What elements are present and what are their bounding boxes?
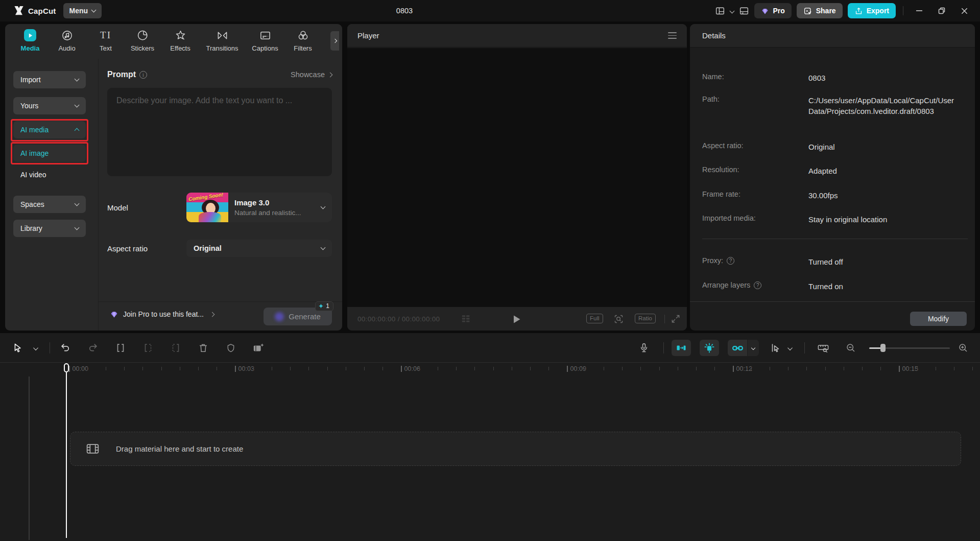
preview-axis-icon[interactable] xyxy=(700,340,719,356)
info-icon[interactable]: i xyxy=(139,71,147,79)
aspect-ratio-select[interactable]: Original xyxy=(186,240,332,257)
link-clips-icon[interactable] xyxy=(728,340,747,356)
select-mode-icon[interactable] xyxy=(770,342,781,354)
chevron-up-icon xyxy=(75,128,80,133)
model-thumbnail: Coming Soon! xyxy=(186,193,228,222)
sidebar-divider xyxy=(98,59,99,331)
detail-row-frame-rate: Frame rate: 30.00fps xyxy=(702,190,967,201)
detail-row-name: Name: 0803 xyxy=(702,73,967,83)
details-panel: Details Name: 0803 Path: C:/Users/user/A… xyxy=(690,24,975,331)
frame-grid-icon[interactable] xyxy=(461,314,472,324)
sidebar-item-import[interactable]: Import xyxy=(13,71,86,88)
pro-button[interactable]: Pro xyxy=(754,3,791,18)
undo-icon[interactable] xyxy=(60,342,71,354)
stickers-icon xyxy=(137,29,149,41)
tab-filters[interactable]: Filters xyxy=(281,29,325,52)
help-icon[interactable]: ? xyxy=(727,257,734,265)
layout-chevron-icon[interactable] xyxy=(730,8,735,13)
menu-label: Menu xyxy=(69,7,88,15)
playhead-line xyxy=(66,372,67,538)
close-button[interactable] xyxy=(955,0,973,21)
sidebar-item-spaces[interactable]: Spaces xyxy=(13,196,86,213)
edit-cover-icon[interactable] xyxy=(252,342,265,354)
redo-icon[interactable] xyxy=(87,342,99,354)
fullscreen-icon[interactable] xyxy=(671,314,681,324)
mask-icon[interactable] xyxy=(226,342,236,354)
tab-effects[interactable]: Effects xyxy=(158,29,202,52)
ratio-toggle[interactable]: Ratio xyxy=(635,314,656,323)
layout-panels-icon[interactable] xyxy=(715,6,725,15)
aspect-ratio-label: Aspect ratio xyxy=(107,244,148,253)
capcut-window: CapCut Menu 0803 xyxy=(0,0,980,541)
model-name: Image 3.0 xyxy=(234,198,301,207)
pro-label: Pro xyxy=(773,7,784,15)
delete-right-icon[interactable] xyxy=(170,342,181,354)
effects-icon xyxy=(175,29,186,41)
toolbar-separator xyxy=(663,342,664,354)
text-icon: TI xyxy=(100,29,111,41)
sidebar-item-ai-image[interactable]: AI image xyxy=(13,145,86,162)
sidebar-item-yours[interactable]: Yours xyxy=(13,97,86,114)
sidebar-item-ai-video[interactable]: AI video xyxy=(20,171,46,179)
pro-gem-icon xyxy=(110,310,118,318)
modify-button[interactable]: Modify xyxy=(910,312,967,326)
capcut-logo-icon xyxy=(13,6,25,16)
link-clips-chevron[interactable] xyxy=(748,340,759,356)
timeline-ruler[interactable]: 00:00 00:03 00:06 00:09 00:12 00:15 xyxy=(0,362,980,376)
chevron-down-icon xyxy=(91,8,97,13)
player-menu-icon[interactable] xyxy=(668,32,677,38)
drop-zone[interactable]: Drag material here and start to create xyxy=(70,432,961,466)
tab-audio[interactable]: Audio xyxy=(45,29,89,52)
minimize-button[interactable] xyxy=(911,0,928,21)
player-bar-separator xyxy=(664,315,665,323)
timeline-zoom-slider[interactable] xyxy=(869,347,950,349)
zoom-out-icon[interactable] xyxy=(846,342,856,353)
record-voiceover-icon[interactable] xyxy=(639,342,649,354)
drop-zone-hint: Drag material here and start to create xyxy=(116,444,243,453)
cursor-tool-chevron[interactable] xyxy=(34,346,38,349)
auto-snap-icon[interactable] xyxy=(672,340,691,356)
help-icon[interactable]: ? xyxy=(754,281,761,289)
tabs-expand-button[interactable] xyxy=(330,31,339,51)
export-button[interactable]: Export xyxy=(848,3,896,18)
play-button[interactable] xyxy=(513,307,521,331)
player-viewport xyxy=(347,48,687,307)
bottom-panel-icon[interactable] xyxy=(739,6,749,15)
tab-transitions[interactable]: Transitions xyxy=(200,29,244,52)
chevron-down-icon xyxy=(321,204,326,209)
menu-button[interactable]: Menu xyxy=(63,3,102,18)
chevron-right-icon xyxy=(210,312,215,317)
transitions-icon xyxy=(217,29,228,41)
share-button[interactable]: Share xyxy=(797,3,843,18)
delete-left-icon[interactable] xyxy=(142,342,154,354)
cursor-tool-icon[interactable] xyxy=(12,342,22,354)
export-icon xyxy=(854,7,863,15)
full-toggle[interactable]: Full xyxy=(586,314,603,323)
detail-row-path: Path: C:/Users/user/AppData/Local/CapCut… xyxy=(702,95,967,116)
sparkle-icon xyxy=(318,303,324,309)
chevron-down-icon xyxy=(75,201,80,206)
track-start-line xyxy=(29,377,30,540)
title-bar: CapCut Menu 0803 xyxy=(0,0,980,21)
timeline-toolbar xyxy=(0,333,980,362)
prompt-input[interactable] xyxy=(107,88,332,176)
showcase-link[interactable]: Showcase xyxy=(291,70,332,79)
select-mode-chevron[interactable] xyxy=(788,346,792,349)
join-pro-link[interactable]: Join Pro to use this feat... xyxy=(110,310,214,318)
generate-button[interactable]: Generate 1 xyxy=(264,308,332,325)
details-footer-divider xyxy=(690,301,975,302)
sidebar-item-ai-media[interactable]: AI media xyxy=(13,121,86,138)
project-title: 0803 xyxy=(396,0,413,21)
delete-icon[interactable] xyxy=(198,342,209,354)
zoom-slider-handle[interactable] xyxy=(880,344,886,352)
chevron-down-icon xyxy=(75,225,80,230)
restore-button[interactable] xyxy=(933,0,950,21)
model-select[interactable]: Coming Soon! Image 3.0 Natural and reali… xyxy=(186,193,332,222)
generate-orb-icon xyxy=(275,312,284,321)
sidebar-item-library[interactable]: Library xyxy=(13,220,86,237)
playhead-handle[interactable] xyxy=(64,363,69,372)
zoom-in-icon[interactable] xyxy=(958,342,969,353)
split-icon[interactable] xyxy=(115,342,126,354)
timeline-scale-icon[interactable] xyxy=(817,342,830,354)
focus-zoom-icon[interactable] xyxy=(613,314,624,324)
